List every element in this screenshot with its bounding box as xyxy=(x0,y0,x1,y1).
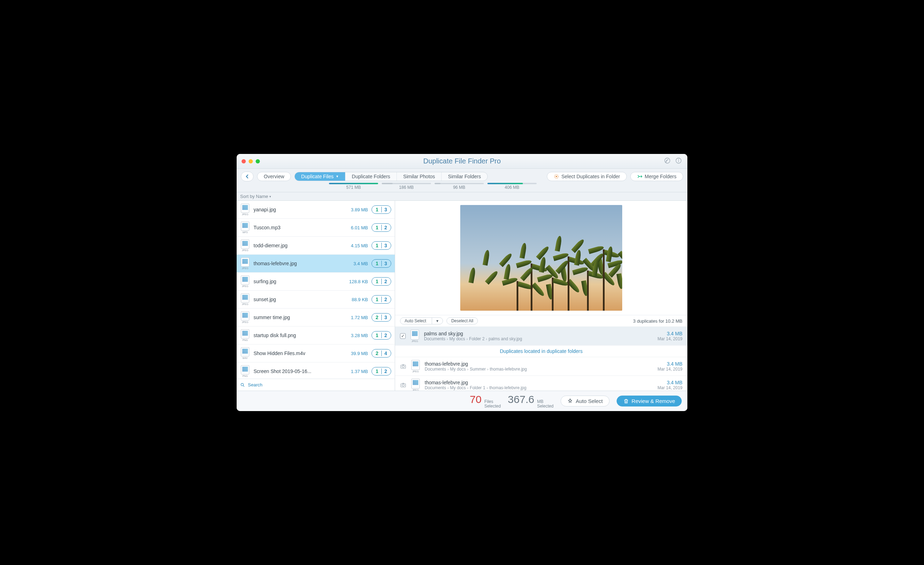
svg-line-8 xyxy=(243,385,244,386)
tab-similar-photos[interactable]: Similar Photos xyxy=(396,172,441,181)
info-icon[interactable] xyxy=(675,158,682,165)
file-size: 88.9 KB xyxy=(347,297,368,302)
mb-selected-stat: 367.6 MBSelected xyxy=(508,394,554,409)
chevron-down-icon: ▾ xyxy=(432,318,442,324)
svg-point-10 xyxy=(402,366,404,368)
checkbox[interactable]: ✓ xyxy=(400,333,406,339)
file-icon: MP3 xyxy=(240,222,250,233)
size-label: 186 MB xyxy=(399,185,413,190)
file-size: 6.01 MB xyxy=(347,225,368,230)
file-icon: JPEG xyxy=(240,204,250,216)
file-icon: PNG xyxy=(240,365,250,377)
duplicate-name: palms and sky.jpg xyxy=(424,331,653,337)
file-icon: JPEG xyxy=(411,360,420,373)
file-size: 3.89 MB xyxy=(347,207,368,212)
app-window: Duplicate File Finder Pro Overview Dupli… xyxy=(237,154,687,411)
camera-icon[interactable] xyxy=(400,382,406,388)
chevron-down-icon: ▼ xyxy=(336,175,339,178)
rss-icon[interactable] xyxy=(664,158,670,165)
file-row[interactable]: JPEG sunset.jpg 88.9 KB 12 xyxy=(237,291,395,308)
sort-control[interactable]: Sort by Name ▾ xyxy=(237,192,687,201)
duplicate-date: Mar 14, 2019 xyxy=(657,367,682,372)
overview-button[interactable]: Overview xyxy=(257,172,291,181)
duplicate-size: 3.4 MB xyxy=(657,380,682,385)
duplicate-folder-separator: Duplicates located in duplicate folders xyxy=(395,346,687,357)
review-remove-button[interactable]: Review & Remove xyxy=(616,395,682,406)
titlebar: Duplicate File Finder Pro xyxy=(237,154,687,169)
file-icon: M4V xyxy=(240,347,250,359)
category-tabs: Duplicate Files ▼ Duplicate Folders Simi… xyxy=(294,172,488,181)
file-row[interactable]: JPEG yanapi.jpg 3.89 MB 13 xyxy=(237,201,395,219)
image-preview xyxy=(460,205,622,311)
size-label: 406 MB xyxy=(505,185,519,190)
tab-duplicate-folders[interactable]: Duplicate Folders xyxy=(345,172,396,181)
file-list[interactable]: JPEG yanapi.jpg 3.89 MB 13 MP3 Tuscon.mp… xyxy=(237,201,395,379)
duplicate-actions: Auto Select▾ Deselect All 3 duplicates f… xyxy=(395,315,687,327)
count-badge: 12 xyxy=(372,223,391,232)
size-label: 571 MB xyxy=(346,185,361,190)
duplicate-row[interactable]: JPEG thomas-lefebvre.jpg Documents›My do… xyxy=(395,357,687,376)
merge-folders-button[interactable]: Merge Folders xyxy=(630,172,683,181)
size-bar xyxy=(329,183,378,184)
file-name: yanapi.jpg xyxy=(254,207,344,212)
duplicate-date: Mar 14, 2019 xyxy=(657,337,682,341)
file-icon: JPEG xyxy=(240,293,250,305)
chevron-down-icon: ▾ xyxy=(269,195,271,198)
file-row[interactable]: PNG Screen Shot 2019-05-16... 1.37 MB 12 xyxy=(237,362,395,379)
file-name: surfing.jpg xyxy=(254,279,344,284)
count-badge: 12 xyxy=(372,295,391,304)
camera-icon[interactable] xyxy=(400,363,406,370)
size-bar xyxy=(488,183,537,184)
file-row[interactable]: M4V Show Hidden Files.m4v 39.9 MB 24 xyxy=(237,344,395,362)
window-title: Duplicate File Finder Pro xyxy=(237,157,687,165)
file-row[interactable]: JPEG summer time.jpg 1.72 MB 23 xyxy=(237,308,395,326)
detail-panel: Auto Select▾ Deselect All 3 duplicates f… xyxy=(395,201,687,391)
file-size: 128.8 KB xyxy=(347,279,368,284)
file-name: todd-diemer.jpg xyxy=(254,243,344,248)
file-icon: JPEG xyxy=(240,257,250,269)
file-icon: JPEG xyxy=(240,311,250,323)
file-size: 3.4 MB xyxy=(347,261,368,266)
duplicate-list: ✓ JPEG palms and sky.jpg Documents›My do… xyxy=(395,327,687,391)
file-sidebar: JPEG yanapi.jpg 3.89 MB 13 MP3 Tuscon.mp… xyxy=(237,201,395,391)
count-badge: 12 xyxy=(372,367,391,376)
duplicate-size: 3.4 MB xyxy=(657,361,682,367)
duplicate-summary: 3 duplicates for 10.2 MB xyxy=(633,319,682,324)
file-icon: PNG xyxy=(240,329,250,341)
file-row[interactable]: JPEG thomas-lefebvre.jpg 3.4 MB 13 xyxy=(237,255,395,273)
back-button[interactable] xyxy=(241,171,254,182)
file-row[interactable]: JPEG todd-diemer.jpg 4.15 MB 13 xyxy=(237,237,395,255)
search-input[interactable]: Search xyxy=(237,379,395,391)
duplicate-path: Documents›My docs›Folder 2›palms and sky… xyxy=(424,337,653,341)
auto-select-dropdown[interactable]: Auto Select▾ xyxy=(400,317,443,325)
file-name: Show Hidden Files.m4v xyxy=(254,350,344,356)
duplicate-path: Documents›My docs›Summer›thomas-lefebvre… xyxy=(424,367,653,372)
duplicate-name: thomas-lefebvre.jpg xyxy=(424,361,653,367)
svg-point-12 xyxy=(402,384,404,386)
count-badge: 13 xyxy=(372,241,391,250)
main-area: JPEG yanapi.jpg 3.89 MB 13 MP3 Tuscon.mp… xyxy=(237,201,687,391)
count-badge: 13 xyxy=(372,259,391,268)
select-duplicates-button[interactable]: Select Duplicates in Folder xyxy=(547,172,627,181)
file-row[interactable]: JPEG surfing.jpg 128.8 KB 12 xyxy=(237,273,395,291)
footer-auto-select-button[interactable]: Auto Select xyxy=(561,395,609,406)
file-row[interactable]: PNG startup disk full.png 3.28 MB 12 xyxy=(237,326,395,344)
file-name: thomas-lefebvre.jpg xyxy=(254,261,344,266)
files-selected-stat: 70 FilesSelected xyxy=(470,394,501,409)
toolbar: Overview Duplicate Files ▼ Duplicate Fol… xyxy=(237,169,687,192)
tab-duplicate-files[interactable]: Duplicate Files ▼ xyxy=(295,172,345,181)
deselect-all-button[interactable]: Deselect All xyxy=(447,317,478,325)
duplicate-date: Mar 14, 2019 xyxy=(657,385,682,390)
svg-point-1 xyxy=(666,162,667,162)
count-badge: 13 xyxy=(372,205,391,214)
count-badge: 24 xyxy=(372,349,391,358)
duplicate-row[interactable]: ✓ JPEG palms and sky.jpg Documents›My do… xyxy=(395,327,687,346)
file-name: startup disk full.png xyxy=(254,332,344,338)
file-size: 1.37 MB xyxy=(347,369,368,374)
duplicate-name: thomas-lefebvre.jpg xyxy=(424,380,653,385)
tab-similar-folders[interactable]: Similar Folders xyxy=(441,172,487,181)
duplicate-row[interactable]: JPEG thomas-lefebvre.jpg Documents›My do… xyxy=(395,376,687,391)
file-row[interactable]: MP3 Tuscon.mp3 6.01 MB 12 xyxy=(237,219,395,237)
file-name: Tuscon.mp3 xyxy=(254,225,344,230)
file-name: sunset.jpg xyxy=(254,297,344,302)
